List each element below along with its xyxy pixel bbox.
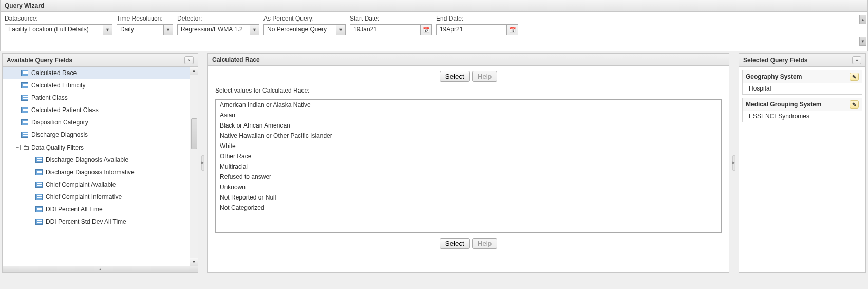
value-item[interactable]: Unknown bbox=[216, 182, 721, 192]
tree-item[interactable]: Chief Complaint Available bbox=[3, 178, 198, 191]
button-row-top: Select Help bbox=[215, 71, 722, 82]
enddate-input[interactable]: 19Apr21 📅 bbox=[436, 24, 518, 35]
datasource-dropdown[interactable]: Facility Location (Full Details) ▼ bbox=[5, 24, 112, 35]
field-icon bbox=[35, 194, 43, 200]
datasource-value: Facility Location (Full Details) bbox=[5, 25, 103, 35]
tree-item[interactable]: Calculated Ethnicity bbox=[3, 79, 198, 92]
tree-item[interactable]: Calculated Patient Class bbox=[3, 104, 198, 116]
tree-item-label: DDI Percent All Time bbox=[46, 206, 103, 213]
param-timeres: Time Resolution: Daily ▼ bbox=[117, 15, 173, 35]
selected-field-block: Medical Grouping System✎ESSENCESyndromes bbox=[742, 98, 862, 122]
startdate-label: Start Date: bbox=[350, 15, 432, 22]
help-button[interactable]: Help bbox=[472, 71, 497, 82]
detector-dropdown[interactable]: Regression/EWMA 1.2 ▼ bbox=[177, 24, 259, 35]
field-icon bbox=[21, 132, 28, 138]
timeres-value: Daily bbox=[117, 25, 163, 35]
startdate-input[interactable]: 19Jan21 📅 bbox=[350, 24, 432, 35]
param-datasource: Datasource: Facility Location (Full Deta… bbox=[5, 15, 112, 35]
enddate-value: 19Apr21 bbox=[437, 25, 506, 35]
tree-item[interactable]: Discharge Diagnosis Informative bbox=[3, 166, 198, 178]
tree-item[interactable]: Patient Class bbox=[3, 92, 198, 104]
selected-field-value: Hospital bbox=[743, 83, 862, 94]
folder-row[interactable]: −🗀Data Quality Filters bbox=[3, 141, 198, 154]
value-item[interactable]: Asian bbox=[216, 110, 721, 120]
selected-field-title: Geography System bbox=[746, 73, 802, 80]
center-body: Select Help Select values for Calculated… bbox=[208, 66, 729, 254]
field-tree[interactable]: Calculated RaceCalculated EthnicityPatie… bbox=[3, 67, 198, 266]
value-item[interactable]: Refused to answer bbox=[216, 172, 721, 182]
value-item[interactable]: American Indian or Alaska Native bbox=[216, 100, 721, 110]
parameter-bar: Datasource: Facility Location (Full Deta… bbox=[0, 12, 868, 51]
enddate-label: End Date: bbox=[436, 15, 518, 22]
tree-item[interactable]: DDI Percent All Time bbox=[3, 203, 198, 215]
field-icon bbox=[35, 219, 43, 225]
percent-label: As Percent Query: bbox=[263, 15, 346, 22]
select-button[interactable]: Select bbox=[440, 71, 470, 82]
field-icon bbox=[21, 82, 28, 88]
detector-value: Regression/EWMA 1.2 bbox=[178, 25, 250, 35]
edit-icon[interactable]: ✎ bbox=[850, 73, 859, 81]
selected-field-value: ESSENCESyndromes bbox=[743, 111, 862, 122]
folder-icon: 🗀 bbox=[23, 143, 29, 151]
field-icon bbox=[35, 182, 43, 188]
tree-item-label: Calculated Ethnicity bbox=[31, 82, 85, 89]
expand-icon[interactable]: » bbox=[852, 56, 861, 64]
tree-item[interactable]: DDI Percent Std Dev All Time bbox=[3, 215, 198, 228]
collapse-icon[interactable]: « bbox=[184, 56, 194, 64]
datasource-label: Datasource: bbox=[5, 15, 112, 22]
vertical-splitter-right[interactable] bbox=[732, 53, 735, 273]
calendar-icon[interactable]: 📅 bbox=[506, 25, 518, 35]
selected-fields-header: Selected Query Fields » bbox=[739, 54, 865, 67]
value-item[interactable]: Not Reported or Null bbox=[216, 192, 721, 203]
scroll-down-icon[interactable]: ▼ bbox=[190, 258, 198, 266]
scroll-up-icon[interactable]: ▲ bbox=[190, 67, 198, 75]
edit-icon[interactable]: ✎ bbox=[850, 100, 859, 109]
tree-item[interactable]: Discharge Diagnosis Available bbox=[3, 154, 198, 166]
value-item[interactable]: White bbox=[216, 141, 721, 151]
vertical-splitter-left[interactable] bbox=[201, 53, 204, 273]
chevron-down-icon[interactable]: ▼ bbox=[336, 25, 345, 35]
value-list[interactable]: American Indian or Alaska NativeAsianBla… bbox=[215, 99, 722, 233]
scroll-thumb[interactable] bbox=[191, 118, 197, 149]
percent-dropdown[interactable]: No Percentage Query ▼ bbox=[263, 24, 346, 35]
splitter-handle[interactable]: ▴ bbox=[3, 266, 198, 272]
value-item[interactable]: Black or African American bbox=[216, 120, 721, 131]
value-item[interactable]: Not Categorized bbox=[216, 203, 721, 213]
scrollbar[interactable]: ▲ ▼ bbox=[190, 67, 198, 266]
chevron-down-icon[interactable]: ▼ bbox=[103, 25, 112, 35]
field-icon bbox=[21, 95, 28, 101]
calendar-icon[interactable]: 📅 bbox=[420, 25, 431, 35]
value-item[interactable]: Other Race bbox=[216, 151, 721, 161]
main-area: Available Query Fields « Calculated Race… bbox=[0, 51, 868, 273]
chevron-down-icon[interactable]: ▼ bbox=[163, 25, 173, 35]
selected-field-title: Medical Grouping System bbox=[746, 101, 821, 108]
value-item[interactable]: Multiracial bbox=[216, 161, 721, 172]
tree-item-label: Chief Complaint Informative bbox=[46, 193, 122, 201]
available-fields-panel: Available Query Fields « Calculated Race… bbox=[2, 53, 198, 273]
selected-fields-title: Selected Query Fields bbox=[743, 57, 807, 64]
help-button[interactable]: Help bbox=[472, 238, 497, 249]
tree-item[interactable]: Calculated Race bbox=[3, 67, 198, 79]
tree-item-label: Disposition Category bbox=[31, 119, 88, 126]
scroll-up-button[interactable]: ▲ bbox=[859, 15, 866, 24]
value-item[interactable]: Native Hawaiian or Other Pacific Islande… bbox=[216, 131, 721, 141]
tree-item[interactable]: Disposition Category bbox=[3, 116, 198, 129]
select-button[interactable]: Select bbox=[440, 238, 470, 249]
field-icon bbox=[35, 206, 43, 212]
field-icon bbox=[21, 107, 28, 113]
field-icon bbox=[35, 157, 43, 163]
chevron-down-icon[interactable]: ▼ bbox=[250, 25, 259, 35]
tree-item[interactable]: Chief Complaint Informative bbox=[3, 191, 198, 203]
available-fields-title: Available Query Fields bbox=[7, 57, 72, 64]
percent-value: No Percentage Query bbox=[264, 25, 336, 35]
scroll-down-button[interactable]: ▼ bbox=[859, 37, 866, 46]
tree-item-label: Calculated Patient Class bbox=[31, 106, 99, 114]
folder-label: Data Quality Filters bbox=[31, 144, 84, 151]
tree-item[interactable]: Discharge Diagnosis bbox=[3, 129, 198, 141]
instruction-text: Select values for Calculated Race: bbox=[215, 87, 722, 94]
timeres-label: Time Resolution: bbox=[117, 15, 173, 22]
collapse-toggle-icon[interactable]: − bbox=[15, 144, 21, 150]
timeres-dropdown[interactable]: Daily ▼ bbox=[117, 24, 173, 35]
tree-item-label: Discharge Diagnosis Available bbox=[46, 156, 128, 164]
tree-item-label: DDI Percent Std Dev All Time bbox=[46, 218, 126, 225]
